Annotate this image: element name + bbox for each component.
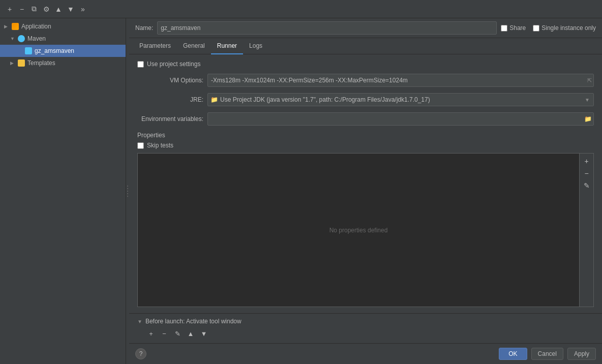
tab-logs[interactable]: Logs bbox=[243, 38, 268, 54]
remove-button[interactable]: − bbox=[16, 4, 27, 15]
move-up-launch-button[interactable]: ▲ bbox=[185, 328, 196, 339]
env-variables-input[interactable] bbox=[207, 112, 594, 126]
env-folder-icon[interactable]: 📁 bbox=[584, 115, 592, 123]
before-launch-toolbar: + − ✎ ▲ ▼ bbox=[137, 328, 594, 339]
sidebar: ▶ Application ▼ Maven gz_amsmaven ▶ bbox=[0, 18, 126, 364]
sidebar-item-maven[interactable]: ▼ Maven bbox=[0, 33, 126, 45]
add-launch-button[interactable]: + bbox=[145, 328, 157, 339]
before-launch-title: Before launch: Activate tool window bbox=[145, 318, 242, 325]
jre-label: JRE: bbox=[137, 96, 203, 103]
jre-select-wrapper: 📁 Use Project JDK (java version "1.7", p… bbox=[207, 93, 594, 106]
arrow-icon: ▶ bbox=[10, 60, 17, 66]
copy-button[interactable]: ⧉ bbox=[28, 4, 40, 15]
single-instance-checkbox-label[interactable]: Single instance only bbox=[533, 24, 596, 32]
arrow-icon: ▶ bbox=[4, 24, 11, 29]
main-content: ▶ Application ▼ Maven gz_amsmaven ▶ bbox=[0, 18, 602, 364]
move-down-launch-button[interactable]: ▼ bbox=[198, 328, 209, 339]
expand-icon[interactable]: ⇱ bbox=[587, 77, 592, 84]
app-icon bbox=[11, 22, 19, 31]
vm-options-input[interactable] bbox=[207, 74, 594, 87]
tab-general[interactable]: General bbox=[177, 38, 211, 54]
properties-table: No properties defined + − ✎ bbox=[137, 153, 594, 307]
sidebar-item-gz-amsmaven[interactable]: gz_amsmaven bbox=[0, 45, 126, 57]
use-project-settings-label: Use project settings bbox=[147, 60, 200, 68]
add-property-button[interactable]: + bbox=[581, 156, 592, 167]
share-label: Share bbox=[509, 24, 526, 32]
cancel-button[interactable]: Cancel bbox=[531, 348, 563, 360]
sidebar-item-templates[interactable]: ▶ Templates bbox=[0, 57, 126, 69]
name-input[interactable] bbox=[157, 21, 497, 35]
tab-parameters[interactable]: Parameters bbox=[133, 38, 177, 54]
vm-options-control: ⇱ bbox=[207, 74, 594, 87]
share-section: Share Single instance only bbox=[501, 24, 596, 32]
before-launch-section: ▼ Before launch: Activate tool window + … bbox=[129, 313, 602, 343]
skip-tests-label: Skip tests bbox=[147, 142, 173, 149]
remove-property-button[interactable]: − bbox=[581, 168, 592, 179]
skip-tests-checkbox[interactable] bbox=[137, 142, 144, 149]
gz-icon bbox=[24, 47, 33, 55]
right-panel: Name: Share Single instance only Paramet… bbox=[129, 18, 602, 364]
env-variables-row: Environment variables: 📁 bbox=[137, 112, 594, 126]
maven-icon bbox=[17, 35, 25, 43]
sidebar-item-label: Templates bbox=[27, 59, 55, 67]
tab-runner[interactable]: Runner bbox=[211, 38, 243, 54]
settings-button[interactable]: ⚙ bbox=[41, 4, 52, 15]
sidebar-item-label: Maven bbox=[27, 35, 46, 42]
jre-control: 📁 Use Project JDK (java version "1.7", p… bbox=[207, 93, 594, 106]
toolbar: + − ⧉ ⚙ ▲ ▼ » bbox=[0, 0, 602, 18]
properties-label: Properties bbox=[137, 132, 594, 139]
use-project-settings-checkbox[interactable] bbox=[137, 61, 144, 68]
help-button[interactable]: ? bbox=[135, 348, 146, 359]
sidebar-item-label: gz_amsmaven bbox=[35, 47, 74, 54]
folder-icon: 📁 bbox=[210, 96, 218, 103]
skip-tests-row: Skip tests bbox=[137, 142, 594, 149]
footer-left: ? bbox=[135, 348, 146, 359]
vm-options-label: VM Options: bbox=[137, 77, 203, 84]
add-button[interactable]: + bbox=[4, 4, 15, 15]
properties-section: Properties Skip tests No properties defi… bbox=[137, 132, 594, 307]
footer: ? OK Cancel Apply bbox=[129, 343, 602, 364]
sidebar-item-label: Application bbox=[21, 23, 51, 30]
share-checkbox[interactable] bbox=[501, 25, 507, 32]
templates-icon bbox=[17, 59, 25, 67]
single-instance-label: Single instance only bbox=[541, 24, 596, 32]
move-down-button[interactable]: ▼ bbox=[65, 4, 76, 15]
env-variables-control: 📁 bbox=[207, 112, 594, 126]
single-instance-checkbox[interactable] bbox=[533, 25, 539, 32]
footer-right: OK Cancel Apply bbox=[499, 348, 596, 360]
move-up-button[interactable]: ▲ bbox=[53, 4, 64, 15]
env-input-wrapper: 📁 bbox=[207, 112, 594, 126]
jre-select[interactable]: Use Project JDK (java version "1.7", pat… bbox=[207, 93, 594, 106]
use-project-settings-row: Use project settings bbox=[137, 60, 594, 68]
jre-row: JRE: 📁 Use Project JDK (java version "1.… bbox=[137, 93, 594, 106]
form-area: Use project settings VM Options: ⇱ JRE: … bbox=[129, 54, 602, 313]
before-launch-arrow-icon: ▼ bbox=[137, 319, 142, 324]
tabs-bar: Parameters General Runner Logs bbox=[129, 38, 602, 54]
sidebar-item-application[interactable]: ▶ Application bbox=[0, 20, 126, 33]
arrow-icon: ▼ bbox=[10, 36, 17, 41]
before-launch-header[interactable]: ▼ Before launch: Activate tool window bbox=[137, 318, 594, 325]
vm-options-row: VM Options: ⇱ bbox=[137, 74, 594, 87]
remove-launch-button[interactable]: − bbox=[159, 328, 170, 339]
name-label: Name: bbox=[135, 24, 153, 32]
apply-button[interactable]: Apply bbox=[567, 348, 596, 360]
more-button[interactable]: » bbox=[77, 4, 88, 15]
properties-side-buttons: + − ✎ bbox=[579, 154, 593, 307]
properties-table-main: No properties defined bbox=[138, 154, 579, 307]
share-checkbox-label[interactable]: Share bbox=[501, 24, 526, 32]
no-properties-text: No properties defined bbox=[329, 227, 388, 234]
ok-button[interactable]: OK bbox=[499, 348, 527, 360]
name-row: Name: Share Single instance only bbox=[129, 18, 602, 38]
env-variables-label: Environment variables: bbox=[137, 115, 203, 123]
edit-launch-button[interactable]: ✎ bbox=[172, 328, 183, 339]
edit-property-button[interactable]: ✎ bbox=[581, 180, 592, 191]
